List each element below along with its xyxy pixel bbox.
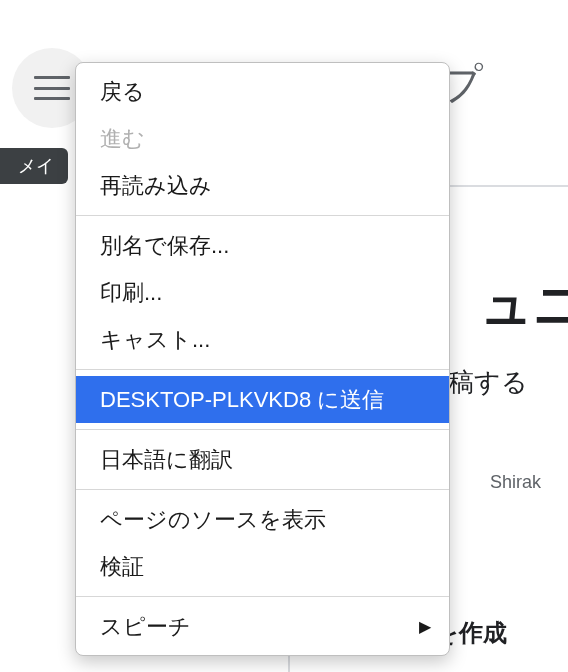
menu-speech[interactable]: スピーチ ▶ <box>76 603 449 655</box>
menu-print[interactable]: 印刷... <box>76 269 449 316</box>
content-subtext-partial: 稿する <box>448 365 528 400</box>
menu-separator <box>76 429 449 430</box>
breadcrumb-chip[interactable]: メイ <box>0 148 68 184</box>
submenu-arrow-icon: ▶ <box>419 615 431 639</box>
hamburger-icon <box>34 76 70 100</box>
menu-separator <box>76 215 449 216</box>
menu-send-to-device-label: DESKTOP-PLKVKD8 に送信 <box>100 383 384 416</box>
menu-cast-label: キャスト... <box>100 323 210 356</box>
menu-send-to-device[interactable]: DESKTOP-PLKVKD8 に送信 <box>76 376 449 423</box>
menu-reload-label: 再読み込み <box>100 169 212 202</box>
menu-cast[interactable]: キャスト... <box>76 316 449 363</box>
menu-forward: 進む <box>76 115 449 162</box>
menu-translate[interactable]: 日本語に翻訳 <box>76 436 449 483</box>
content-heading-partial: ュニ <box>480 270 568 340</box>
author-name-partial: Shirak <box>490 472 541 493</box>
menu-speech-label: スピーチ <box>100 610 191 643</box>
menu-inspect[interactable]: 検証 <box>76 543 449 590</box>
menu-reload[interactable]: 再読み込み <box>76 162 449 209</box>
menu-inspect-label: 検証 <box>100 550 144 583</box>
menu-separator <box>76 489 449 490</box>
menu-translate-label: 日本語に翻訳 <box>100 443 233 476</box>
context-menu: 戻る 進む 再読み込み 別名で保存... 印刷... キャスト... DESKT… <box>75 62 450 656</box>
menu-separator <box>76 369 449 370</box>
menu-separator <box>76 596 449 597</box>
menu-print-label: 印刷... <box>100 276 162 309</box>
menu-save-as-label: 別名で保存... <box>100 229 229 262</box>
menu-view-source[interactable]: ページのソースを表示 <box>76 496 449 543</box>
menu-view-source-label: ページのソースを表示 <box>100 503 326 536</box>
menu-back[interactable]: 戻る <box>76 63 449 115</box>
menu-back-label: 戻る <box>100 75 145 108</box>
menu-save-as[interactable]: 別名で保存... <box>76 222 449 269</box>
menu-forward-label: 進む <box>100 122 145 155</box>
